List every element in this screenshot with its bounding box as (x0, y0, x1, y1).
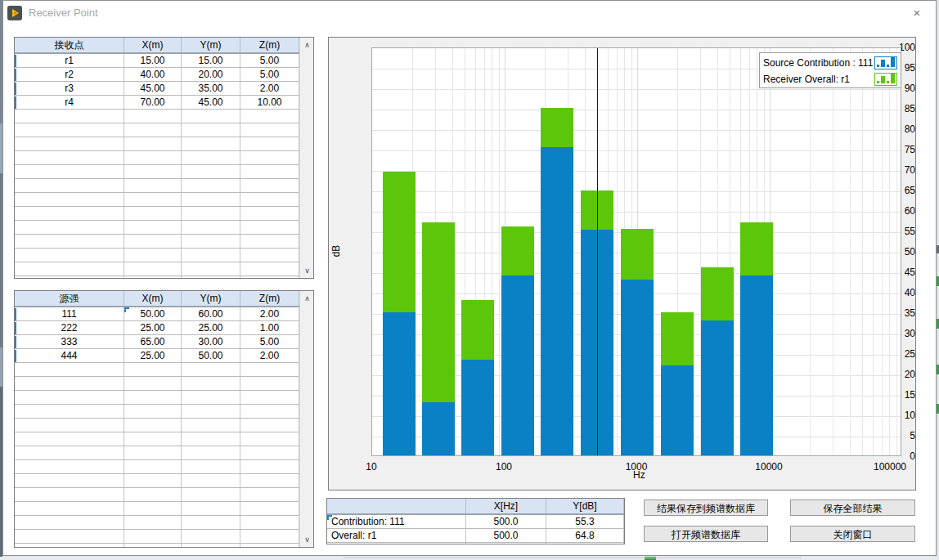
table-cell[interactable] (15, 179, 124, 193)
table-cell[interactable] (15, 193, 124, 207)
table-cell[interactable] (15, 460, 124, 474)
table-cell[interactable] (124, 419, 182, 432)
table-cell[interactable] (240, 516, 299, 530)
table-cell[interactable] (124, 488, 182, 502)
table-cell[interactable] (124, 276, 182, 279)
table-cell[interactable] (124, 391, 182, 405)
close-window-button[interactable]: 关闭窗口 (790, 526, 915, 542)
table-cell[interactable]: 25.00 (182, 321, 240, 335)
table-cell[interactable] (546, 543, 624, 544)
table-cell[interactable] (240, 419, 299, 432)
table-row[interactable] (15, 151, 313, 165)
table-cell[interactable] (240, 363, 299, 377)
table-cell[interactable] (182, 276, 240, 279)
table-cell[interactable] (124, 446, 182, 460)
table-row[interactable] (15, 221, 313, 235)
table-cell[interactable] (124, 179, 182, 193)
table-cell[interactable] (15, 516, 124, 530)
table-cell[interactable] (182, 502, 240, 516)
table-cell[interactable] (15, 123, 124, 137)
table-cell[interactable] (15, 363, 124, 377)
scroll-up-icon[interactable]: ∧ (300, 292, 314, 305)
column-header[interactable]: X(m) (124, 291, 182, 306)
table-cell[interactable]: 500.0 (466, 515, 546, 529)
table-row[interactable] (15, 502, 313, 516)
table-cell[interactable]: 111 (15, 307, 124, 321)
table-cell[interactable] (15, 110, 124, 123)
table-cell[interactable]: Contribution: 111 (327, 515, 466, 529)
table-cell[interactable]: 64.8 (546, 529, 624, 543)
save-all-results-button[interactable]: 保存全部结果 (790, 500, 915, 516)
table-row[interactable] (15, 123, 313, 137)
table-row[interactable]: r115.0015.005.00 (15, 54, 313, 68)
table-cell[interactable] (182, 221, 240, 235)
table-cell[interactable] (15, 377, 124, 391)
column-header[interactable] (327, 499, 466, 513)
table-cell[interactable] (182, 530, 240, 544)
table-cell[interactable] (182, 249, 240, 262)
table-cell[interactable] (15, 262, 124, 276)
column-header[interactable]: X(m) (124, 38, 182, 52)
table-row[interactable] (15, 137, 313, 151)
table-cell[interactable] (15, 207, 124, 221)
table-cell[interactable] (124, 151, 182, 165)
table-cell[interactable]: 2.00 (240, 82, 299, 96)
table-row[interactable] (15, 276, 313, 279)
table-cell[interactable] (182, 123, 240, 137)
table-row[interactable] (15, 391, 313, 405)
table-cell[interactable] (240, 249, 299, 262)
table-row[interactable] (15, 544, 313, 548)
table-row[interactable] (15, 110, 313, 123)
table-cell[interactable] (182, 474, 240, 488)
table-row[interactable]: 22225.0025.001.00 (15, 321, 313, 335)
table-cell[interactable] (240, 474, 299, 488)
table-cell[interactable] (240, 179, 299, 193)
table-cell[interactable]: 5.00 (240, 335, 299, 349)
table-row[interactable] (15, 516, 313, 530)
table-cell[interactable] (182, 544, 240, 548)
column-header[interactable]: Z(m) (240, 38, 299, 52)
table-cell[interactable] (182, 207, 240, 221)
table-cell[interactable] (15, 249, 124, 262)
table-cell[interactable] (182, 110, 240, 123)
table-row[interactable]: r470.0045.0010.00 (15, 96, 313, 110)
table-cell[interactable] (124, 432, 182, 446)
table-cell[interactable] (240, 207, 299, 221)
table-cell[interactable]: r4 (15, 96, 124, 110)
table-cell[interactable]: Overall: r1 (327, 529, 466, 543)
table-cell[interactable] (182, 235, 240, 249)
table-row[interactable] (15, 249, 313, 262)
table-cell[interactable]: 15.00 (182, 54, 240, 68)
table-cell[interactable]: 45.00 (124, 82, 182, 96)
table-cell[interactable]: 2.00 (240, 307, 299, 321)
table-cell[interactable] (124, 262, 182, 276)
table-row[interactable] (327, 543, 624, 544)
table-cell[interactable] (124, 516, 182, 530)
table-cell[interactable] (124, 221, 182, 235)
column-header[interactable]: Y[dB] (546, 499, 624, 513)
table-cell[interactable] (124, 207, 182, 221)
table-cell[interactable] (15, 235, 124, 249)
column-header[interactable]: Z(m) (240, 291, 299, 306)
table-cell[interactable] (182, 460, 240, 474)
table-cell[interactable] (240, 193, 299, 207)
column-header[interactable]: 接收点 (15, 38, 124, 52)
title-bar[interactable]: Receiver Point × (3, 1, 936, 25)
table-cell[interactable] (327, 543, 466, 544)
table-cell[interactable]: 5.00 (240, 54, 299, 68)
table-cell[interactable] (182, 516, 240, 530)
table-cell[interactable] (124, 502, 182, 516)
table-cell[interactable]: 55.3 (546, 515, 624, 529)
table-cell[interactable] (124, 363, 182, 377)
table-cell[interactable] (240, 530, 299, 544)
column-header[interactable]: Y(m) (182, 291, 240, 306)
table-row[interactable] (15, 474, 313, 488)
table-cell[interactable] (15, 488, 124, 502)
table-cell[interactable] (240, 488, 299, 502)
table-cell[interactable] (240, 544, 299, 548)
table-cell[interactable] (182, 432, 240, 446)
table-cell[interactable] (15, 151, 124, 165)
table-cell[interactable]: 20.00 (182, 68, 240, 82)
table-cell[interactable] (240, 446, 299, 460)
table-cell[interactable]: 25.00 (124, 349, 182, 363)
